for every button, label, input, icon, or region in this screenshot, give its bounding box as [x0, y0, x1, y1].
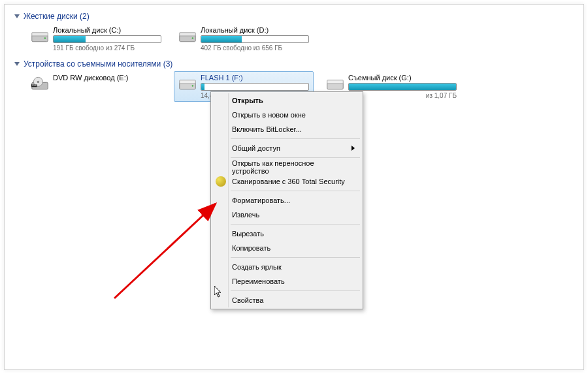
chevron-down-icon — [14, 62, 20, 66]
menu-separator — [231, 224, 360, 225]
ctx-share[interactable]: Общий доступ — [212, 141, 361, 155]
ctx-open[interactable]: Открыть — [212, 93, 361, 108]
svg-point-13 — [192, 85, 193, 86]
menu-separator — [231, 191, 360, 191]
group-count: (3) — [163, 59, 173, 69]
svg-point-5 — [192, 37, 193, 39]
svg-point-2 — [44, 37, 46, 39]
capacity-bar — [348, 83, 457, 91]
ctx-scan[interactable]: Сканирование с 360 Total Security — [212, 174, 361, 189]
ctx-format[interactable]: Форматировать... — [212, 193, 361, 208]
mouse-cursor-icon — [214, 286, 222, 298]
group-header-removable[interactable]: Устройства со съемными носителями (3) — [14, 59, 579, 69]
svg-rect-4 — [180, 33, 196, 36]
svg-text:DVD: DVD — [32, 84, 37, 87]
drive-label: FLASH 1 (F:) — [201, 74, 309, 82]
removable-drive-icon — [326, 75, 344, 92]
drive-status: из 1,07 ГБ — [348, 92, 457, 99]
menu-separator — [231, 257, 360, 258]
drive-label: Локальный диск (D:) — [201, 26, 309, 34]
menu-separator — [231, 290, 360, 291]
ctx-properties[interactable]: Свойства — [212, 293, 361, 307]
ctx-open-new-window[interactable]: Открыть в новом окне — [212, 108, 361, 122]
capacity-bar — [53, 35, 161, 43]
drive-label: Локальный диск (C:) — [53, 26, 161, 34]
group-title: Жесткие диски — [24, 12, 78, 21]
group-header-hdd[interactable]: Жесткие диски (2) — [14, 12, 579, 21]
ctx-cut[interactable]: Вырезать — [212, 226, 361, 241]
drive-status: 191 ГБ свободно из 274 ГБ — [53, 44, 161, 52]
dvd-drive-icon: DVD — [31, 75, 49, 92]
chevron-down-icon — [14, 14, 20, 18]
hdd-icon — [178, 27, 197, 44]
drive-label: DVD RW дисковод (E:) — [53, 74, 161, 82]
ctx-open-portable[interactable]: Открыть как переносное устройство — [212, 160, 361, 174]
menu-separator — [231, 157, 360, 158]
ctx-copy[interactable]: Копировать — [212, 241, 361, 255]
svg-rect-1 — [32, 33, 48, 36]
submenu-arrow-icon — [351, 146, 355, 151]
drive-label: Съемный диск (G:) — [348, 74, 457, 82]
context-menu: Открыть Открыть в новом окне Включить Bi… — [210, 91, 363, 309]
group-title: Устройства со съемными носителями — [24, 59, 161, 69]
drive-c[interactable]: Локальный диск (C:) 191 ГБ свободно из 2… — [26, 23, 166, 54]
removable-drive-icon — [178, 75, 197, 92]
hdd-icon — [31, 27, 49, 44]
ctx-eject[interactable]: Извлечь — [212, 208, 361, 222]
svg-point-8 — [37, 81, 40, 84]
capacity-bar — [201, 35, 309, 43]
ctx-rename[interactable]: Переименовать — [212, 274, 361, 288]
drive-d[interactable]: Локальный диск (D:) 402 ГБ свободно из 6… — [174, 23, 314, 54]
ctx-shortcut[interactable]: Создать ярлык — [212, 260, 361, 274]
svg-rect-12 — [180, 80, 196, 84]
capacity-bar — [201, 83, 309, 91]
scan-icon — [216, 176, 226, 187]
drive-status: 402 ГБ свободно из 656 ГБ — [201, 44, 309, 52]
group-count: (2) — [80, 12, 90, 21]
ctx-bitlocker[interactable]: Включить BitLocker... — [212, 122, 361, 136]
svg-rect-15 — [327, 80, 344, 84]
drive-dvd[interactable]: DVD DVD RW дисковод (E:) — [26, 71, 166, 102]
menu-separator — [231, 138, 360, 139]
